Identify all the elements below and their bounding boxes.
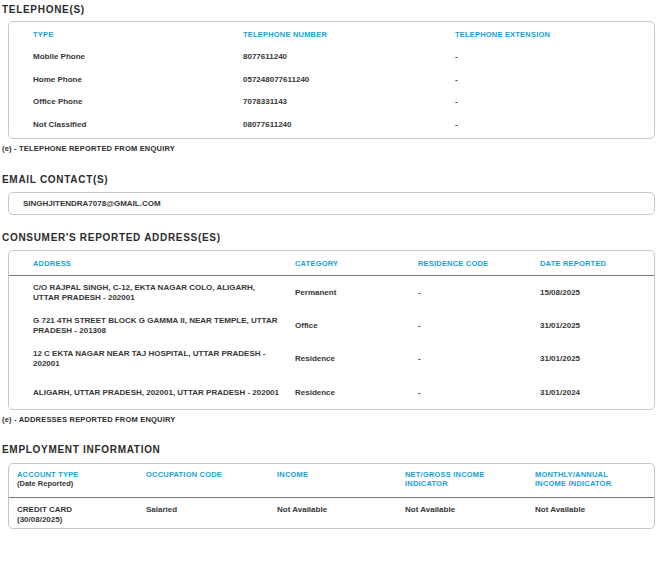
column-header-telephone-number: TELEPHONE NUMBER bbox=[243, 30, 455, 39]
addresses-table: ADDRESS CATEGORY RESIDENCE CODE DATE REP… bbox=[8, 250, 655, 410]
addresses-table-header: ADDRESS CATEGORY RESIDENCE CODE DATE REP… bbox=[9, 251, 654, 276]
address-category: Permanent bbox=[295, 288, 418, 298]
account-date-value: (30/08/2025) bbox=[17, 515, 146, 525]
phone-extension: - bbox=[455, 75, 644, 85]
date-reported: 31/01/2025 bbox=[540, 354, 654, 364]
phone-extension: - bbox=[455, 97, 644, 107]
phone-number: 7078331143 bbox=[243, 97, 455, 107]
date-reported: 31/01/2024 bbox=[540, 388, 654, 398]
addresses-footnote: (e) - ADDRESSES REPORTED FROM ENQUIRY bbox=[2, 415, 670, 424]
address-category: Office bbox=[295, 321, 418, 331]
column-header-telephone-extension: TELEPHONE EXTENSION bbox=[455, 30, 644, 39]
table-row: C/O RAJPAL SINGH, C-12, EKTA NAGAR COLO,… bbox=[9, 276, 654, 309]
column-header-type: TYPE bbox=[33, 30, 243, 39]
account-type-label: ACCOUNT TYPE bbox=[17, 470, 122, 479]
address-value: C/O RAJPAL SINGH, C-12, EKTA NAGAR COLO,… bbox=[33, 283, 295, 303]
address-value: G 721 4TH STREET BLOCK G GAMMA II, NEAR … bbox=[33, 316, 295, 336]
table-row: 12 C EKTA NAGAR NEAR TAJ HOSPITAL, UTTAR… bbox=[9, 343, 654, 376]
telephones-section-title: TELEPHONE(S) bbox=[2, 4, 670, 16]
column-header-monthly-annual-income-indicator: MONTHLY/ANNUAL INCOME INDICATOR bbox=[535, 470, 654, 488]
occupation-code-value: Salaried bbox=[146, 505, 277, 515]
telephones-footnote: (e) - TELEPHONE REPORTED FROM ENQUIRY bbox=[2, 144, 670, 153]
phone-number: 08077611240 bbox=[243, 120, 455, 130]
email-address: SINGHJITENDRA7078@GMAIL.COM bbox=[9, 193, 654, 214]
employment-table-header: ACCOUNT TYPE (Date Reported) OCCUPATION … bbox=[9, 464, 654, 498]
residence-code: - bbox=[418, 288, 540, 298]
residence-code: - bbox=[418, 388, 540, 398]
employment-account-type-cell: CREDIT CARD (30/08/2025) bbox=[17, 505, 146, 525]
table-row: G 721 4TH STREET BLOCK G GAMMA II, NEAR … bbox=[9, 309, 654, 342]
phone-extension: - bbox=[455, 52, 644, 62]
phone-number: 8077611240 bbox=[243, 52, 455, 62]
phone-type: Office Phone bbox=[33, 97, 243, 107]
table-row: CREDIT CARD (30/08/2025) Salaried Not Av… bbox=[9, 498, 654, 528]
column-header-category: CATEGORY bbox=[295, 259, 418, 268]
phone-extension: - bbox=[455, 120, 644, 130]
date-reported: 15/08/2025 bbox=[540, 288, 654, 298]
column-header-date-reported: DATE REPORTED bbox=[540, 259, 654, 268]
table-row: Mobile Phone 8077611240 - bbox=[33, 46, 644, 69]
address-value: ALIGARH, UTTAR PRADESH, 202001, UTTAR PR… bbox=[33, 388, 295, 398]
address-category: Residence bbox=[295, 388, 418, 398]
table-row: ALIGARH, UTTAR PRADESH, 202001, UTTAR PR… bbox=[9, 376, 654, 409]
column-header-address: ADDRESS bbox=[33, 259, 295, 268]
residence-code: - bbox=[418, 354, 540, 364]
phone-type: Home Phone bbox=[33, 75, 243, 85]
telephones-table-header: TYPE TELEPHONE NUMBER TELEPHONE EXTENSIO… bbox=[33, 22, 644, 46]
table-row: Home Phone 057248077611240 - bbox=[33, 69, 644, 92]
column-header-occupation-code: OCCUPATION CODE bbox=[146, 470, 277, 479]
monthly-annual-income-indicator-value: Not Available bbox=[535, 505, 654, 515]
column-header-income: INCOME bbox=[277, 470, 405, 479]
account-type-sublabel: (Date Reported) bbox=[17, 479, 122, 488]
date-reported: 31/01/2025 bbox=[540, 321, 654, 331]
email-contact-box: SINGHJITENDRA7078@GMAIL.COM bbox=[8, 192, 655, 215]
employment-section-title: EMPLOYMENT INFORMATION bbox=[2, 444, 670, 456]
income-value: Not Available bbox=[277, 505, 405, 515]
account-type-value: CREDIT CARD bbox=[17, 505, 146, 515]
address-value: 12 C EKTA NAGAR NEAR TAJ HOSPITAL, UTTAR… bbox=[33, 349, 295, 369]
address-category: Residence bbox=[295, 354, 418, 364]
table-row: Not Classified 08077611240 - bbox=[33, 114, 644, 137]
net-gross-income-indicator-value: Not Available bbox=[405, 505, 535, 515]
residence-code: - bbox=[418, 321, 540, 331]
email-section-title: EMAIL CONTACT(S) bbox=[2, 174, 670, 186]
phone-number: 057248077611240 bbox=[243, 75, 455, 85]
telephones-table: TYPE TELEPHONE NUMBER TELEPHONE EXTENSIO… bbox=[8, 21, 655, 139]
column-header-account-type: ACCOUNT TYPE (Date Reported) bbox=[17, 470, 146, 488]
employment-table: ACCOUNT TYPE (Date Reported) OCCUPATION … bbox=[8, 463, 655, 529]
phone-type: Not Classified bbox=[33, 120, 243, 130]
addresses-section-title: CONSUMER'S REPORTED ADDRESS(ES) bbox=[2, 232, 670, 244]
phone-type: Mobile Phone bbox=[33, 52, 243, 62]
credit-report-contact-section: TELEPHONE(S) TYPE TELEPHONE NUMBER TELEP… bbox=[0, 0, 670, 562]
table-row: Office Phone 7078331143 - bbox=[33, 91, 644, 114]
column-header-residence-code: RESIDENCE CODE bbox=[418, 259, 540, 268]
column-header-net-gross-income-indicator: NET/GROSS INCOME INDICATOR bbox=[405, 470, 535, 488]
